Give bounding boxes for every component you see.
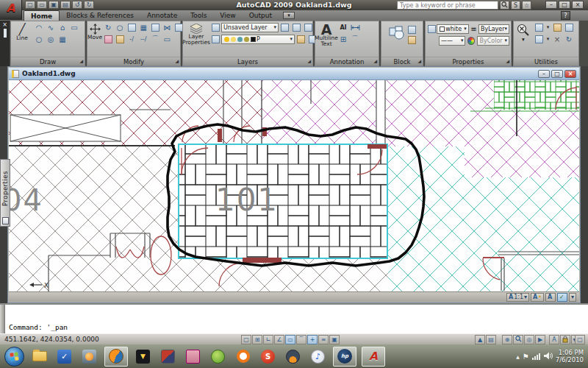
- pan-button[interactable]: ⊕: [502, 335, 512, 344]
- snap-toggle[interactable]: ▢: [241, 335, 251, 344]
- line-button[interactable]: ╱ Line: [11, 21, 33, 45]
- volume-icon[interactable]: [543, 352, 553, 361]
- move-button[interactable]: Move: [87, 21, 102, 45]
- layer-state-icon[interactable]: [210, 22, 221, 32]
- taskbar-red-app-icon[interactable]: S: [258, 347, 278, 367]
- properties-launcher-icon[interactable]: ◢: [506, 57, 509, 65]
- dyn-toggle[interactable]: +: [307, 335, 318, 344]
- bulb-icon[interactable]: [224, 37, 229, 42]
- extend-tool-icon[interactable]: --/: [138, 34, 149, 44]
- panel-annotation-label[interactable]: Annotation: [315, 57, 379, 66]
- polygon-tool-icon[interactable]: ⌂: [57, 22, 68, 32]
- explode-tool-icon[interactable]: [115, 34, 126, 44]
- taskbar-cad-app-icon[interactable]: [158, 347, 178, 367]
- zoom-button[interactable]: [513, 335, 523, 344]
- join-tool-icon[interactable]: ▭: [162, 34, 173, 44]
- annotation-autoscale-button[interactable]: A: [545, 293, 556, 302]
- taskbar-media-player-icon[interactable]: [79, 347, 99, 367]
- lock-icon[interactable]: [237, 37, 243, 42]
- help-icon[interactable]: ?: [561, 11, 570, 20]
- doc-close-button[interactable]: ×: [564, 70, 576, 78]
- layer-unisolate-icon[interactable]: [291, 22, 302, 32]
- dock-tool-icon-2[interactable]: [5, 29, 7, 38]
- polar-toggle[interactable]: ∠: [274, 335, 284, 344]
- clean-screen-button[interactable]: ▢: [575, 335, 585, 344]
- drawing-canvas[interactable]: 101 04: [9, 80, 579, 292]
- tab-blocks-references[interactable]: Blocks & References: [60, 10, 140, 21]
- taskbar-check-app-icon[interactable]: ✓: [54, 347, 74, 367]
- taskbar-hp-icon[interactable]: hp: [333, 347, 356, 367]
- autocad-menu-browser[interactable]: A: [0, 0, 22, 20]
- lineweight-dropdown-icon[interactable]: ▾: [461, 38, 464, 43]
- color-wheel-icon[interactable]: [467, 37, 475, 45]
- object-color-combo[interactable]: white ▾: [437, 24, 469, 34]
- layer-isolate-icon[interactable]: [279, 22, 290, 32]
- color-dropdown-icon[interactable]: ▾: [464, 26, 467, 32]
- annotation-scale-button[interactable]: A 1:1 ▾: [506, 293, 529, 302]
- new-icon[interactable]: ▢: [25, 1, 35, 9]
- doc-minimize-button[interactable]: –: [538, 70, 550, 78]
- drawing-window-titlebar[interactable]: Oakland1.dwg – □ ×: [9, 68, 579, 80]
- layer-color-swatch[interactable]: [251, 37, 256, 42]
- qp-toggle[interactable]: ▣: [329, 335, 340, 344]
- ortho-toggle[interactable]: ∟: [263, 335, 273, 344]
- command-window[interactable]: Command: '_pan Press ESC or ENTER to exi…: [0, 303, 588, 333]
- osnap-toggle[interactable]: ▭: [285, 335, 295, 344]
- info-center-search[interactable]: [397, 1, 498, 10]
- table-icon[interactable]: ⊞: [338, 34, 349, 44]
- cut-icon[interactable]: ×: [552, 34, 563, 44]
- layer-combo[interactable]: Unsaved Layer ▾: [221, 23, 279, 32]
- match-properties-icon[interactable]: [428, 24, 437, 34]
- hatch-tool-icon[interactable]: ▦: [57, 34, 68, 44]
- network-icon[interactable]: [532, 353, 540, 360]
- panel-block-label[interactable]: Block: [381, 57, 423, 66]
- panel-properties-label[interactable]: Properties: [426, 57, 511, 66]
- model-button[interactable]: ▲: [475, 335, 485, 344]
- scale-tool-icon[interactable]: ○: [115, 22, 126, 32]
- command-window-grip[interactable]: [0, 305, 5, 335]
- modify-launcher-icon[interactable]: ◢: [175, 57, 179, 65]
- tab-output[interactable]: Output: [243, 10, 279, 21]
- grid-toggle[interactable]: ⊞: [252, 335, 262, 344]
- linetype-dropdown-icon[interactable]: ▾: [505, 26, 508, 32]
- insert-block-icon[interactable]: [389, 26, 405, 44]
- copy-clip-icon[interactable]: [534, 34, 545, 44]
- taskbar-firefox-icon[interactable]: [104, 347, 128, 367]
- sun-icon[interactable]: [231, 37, 236, 42]
- lwt-toggle[interactable]: ≡: [318, 335, 329, 344]
- close-button[interactable]: ×: [572, 1, 584, 9]
- trim-tool-icon[interactable]: -/: [126, 34, 137, 44]
- open-icon[interactable]: ▭: [37, 1, 47, 9]
- panel-modify-label[interactable]: Modify: [87, 57, 180, 66]
- layer-combo-dropdown-icon[interactable]: ▾: [273, 24, 276, 30]
- circle-tool-icon[interactable]: ○: [34, 34, 45, 44]
- id-point-icon[interactable]: ↻: [564, 34, 575, 44]
- quick-calc-icon[interactable]: [564, 22, 575, 32]
- steeringwheel-button[interactable]: ◎: [524, 335, 534, 344]
- paste-dropdown-icon[interactable]: ▾: [545, 22, 551, 32]
- annotation-scale-status-button[interactable]: A: [549, 335, 559, 344]
- panel-layers-label[interactable]: Layers: [183, 57, 312, 66]
- ribbon-minimize-icon[interactable]: ▾: [283, 12, 295, 19]
- measure-dropdown-icon[interactable]: ▾: [522, 37, 525, 43]
- annotation-visibility-button[interactable]: A•: [531, 293, 544, 302]
- ellipse-tool-icon[interactable]: ◎: [46, 34, 57, 44]
- search-icon[interactable]: [500, 1, 509, 10]
- arc-tool-icon[interactable]: ◠: [34, 22, 45, 32]
- layer-properties-button[interactable]: Layer Properties: [183, 21, 209, 46]
- tab-view[interactable]: View: [213, 10, 242, 21]
- multiline-text-button[interactable]: A Multiline Text: [315, 21, 337, 47]
- undo-icon[interactable]: ↺: [72, 1, 82, 9]
- tab-tools[interactable]: Tools: [184, 10, 213, 21]
- taskbar-itunes-icon[interactable]: ♪: [308, 347, 328, 367]
- panel-utilities-label[interactable]: Utilities: [514, 57, 578, 66]
- subscription-icon[interactable]: S: [511, 1, 520, 10]
- rotate-tool-icon[interactable]: ↻: [103, 22, 114, 32]
- lock-ui-button[interactable]: [560, 335, 570, 344]
- taskbar-green-app-icon[interactable]: [208, 347, 228, 367]
- layer-status-combo[interactable]: P ▾: [221, 35, 295, 44]
- tray-expand-icon[interactable]: ▲: [516, 354, 520, 359]
- plotstyle-combo[interactable]: ByColor ▾: [477, 36, 509, 46]
- layer-status-dropdown-icon[interactable]: ▾: [290, 36, 293, 42]
- array-tool-icon[interactable]: ▦: [138, 22, 149, 32]
